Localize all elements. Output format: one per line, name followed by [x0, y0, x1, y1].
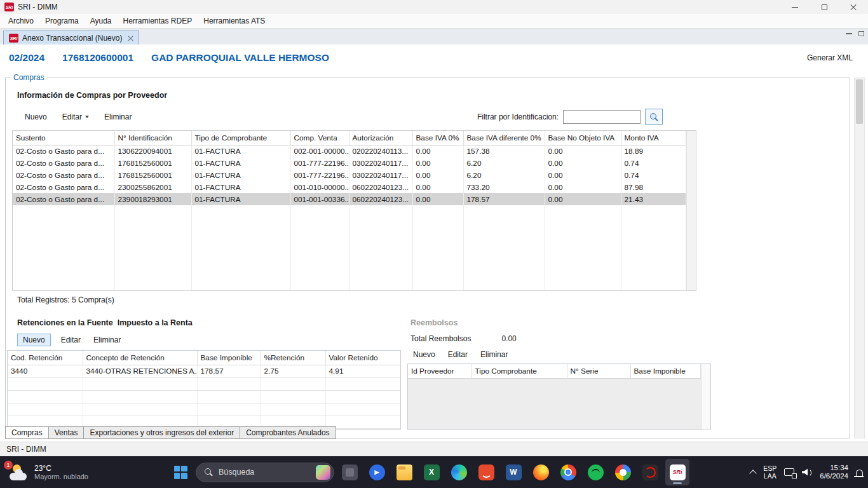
tab-exportaciones[interactable]: Exportaciones y otros ingresos del exter… — [83, 426, 240, 439]
compras-groupbox: Compras Información de Compras por Prove… — [5, 78, 850, 438]
scrollbar-thumb[interactable] — [856, 79, 863, 124]
editar-button[interactable]: Editar — [60, 111, 92, 123]
eliminar-button[interactable]: Eliminar — [102, 111, 134, 123]
spotify-icon[interactable] — [583, 459, 607, 485]
sri-app-icon: SRi — [4, 3, 14, 11]
tab-comprobantes-anulados[interactable]: Comprobantes Anulados — [240, 426, 336, 439]
column-header[interactable]: Sustento — [13, 131, 114, 145]
filter-area: Filtrar por Identificacion: — [477, 109, 663, 125]
compras-table[interactable]: SustentoN° IdentificaciónTipo de Comprob… — [13, 131, 686, 291]
close-button[interactable] — [839, 0, 868, 14]
app-red-icon[interactable] — [474, 459, 498, 485]
table-row[interactable]: 34403440-OTRAS RETENCIONES A...178.572.7… — [8, 365, 400, 377]
menu-programa[interactable]: Programa — [39, 14, 85, 28]
ret-eliminar-button[interactable]: Eliminar — [91, 334, 123, 346]
column-header[interactable]: %Retención — [261, 351, 325, 365]
maximize-icon — [822, 4, 827, 10]
reemb-nuevo-button[interactable]: Nuevo — [410, 349, 438, 360]
column-header[interactable]: Base Imponible — [197, 351, 261, 365]
acrobat-icon[interactable] — [638, 459, 662, 485]
tray-chevron-up-icon[interactable] — [750, 470, 757, 477]
tab-close-icon[interactable] — [128, 36, 133, 41]
menu-archivo[interactable]: Archivo — [3, 14, 39, 28]
maximize-button[interactable] — [810, 0, 839, 14]
document-tabstrip: SRi Anexo Transaccional (Nuevo) — [0, 28, 868, 44]
generar-xml-button[interactable]: Generar XML — [807, 53, 853, 62]
clock[interactable]: 15:34 6/6/2024 — [820, 464, 848, 481]
column-header[interactable]: Base Imponible — [630, 364, 700, 378]
edge-icon — [451, 464, 467, 480]
weather-widget[interactable]: 1 23°C Mayorm. nublado — [9, 456, 88, 488]
sri-dimm-icon[interactable]: SRi — [665, 459, 689, 485]
start-button[interactable] — [168, 459, 193, 485]
taskbar-search-box[interactable]: Búsqueda — [196, 463, 334, 482]
tab-anexo-transaccional[interactable]: SRi Anexo Transaccional (Nuevo) — [3, 30, 139, 45]
language-indicator[interactable]: ESP LAA — [763, 464, 776, 480]
mdi-minimize-button[interactable] — [846, 33, 852, 34]
table-row[interactable]: 02-Costo o Gasto para d...23900182930010… — [13, 193, 686, 205]
table-row[interactable]: 02-Costo o Gasto para d...17681525600010… — [13, 157, 686, 169]
reemb-editar-button[interactable]: Editar — [445, 349, 470, 360]
column-header[interactable]: Base IVA 0% — [412, 131, 463, 145]
app-dark-icon[interactable] — [337, 459, 362, 485]
content-scrollbar[interactable] — [854, 78, 865, 438]
word-icon[interactable]: W — [501, 459, 526, 485]
table-row[interactable]: 02-Costo o Gasto para d...23002558620010… — [13, 181, 686, 193]
compras-table-scrollbar[interactable] — [686, 131, 696, 290]
excel-icon[interactable]: X — [419, 459, 444, 485]
notification-bell-icon[interactable] — [856, 470, 863, 476]
chrome-icon[interactable] — [556, 459, 580, 485]
nuevo-button[interactable]: Nuevo — [22, 111, 50, 123]
column-header[interactable]: Cod. Retención — [8, 351, 83, 365]
edge-icon[interactable] — [447, 459, 471, 485]
mdi-restore-button[interactable] — [858, 31, 864, 36]
table-row[interactable]: 02-Costo o Gasto para d...17681525600010… — [13, 169, 686, 181]
spotify-icon — [588, 464, 604, 480]
titlebar: SRi SRI - DIMM — [0, 0, 868, 14]
ret-nuevo-button[interactable]: Nuevo — [17, 334, 51, 346]
lang-line2: LAA — [763, 472, 776, 480]
column-header[interactable]: Comp. Venta — [290, 131, 349, 145]
column-header[interactable]: Valor Retenido — [325, 351, 400, 365]
filter-search-button[interactable] — [645, 109, 663, 125]
filter-label: Filtrar por Identificacion: — [477, 112, 559, 121]
column-header[interactable]: N° Serie — [567, 364, 630, 378]
taskbar: 1 23°C Mayorm. nublado Búsqueda ▶XWSRi E… — [0, 456, 868, 488]
reembolsos-table-scrollbar[interactable] — [701, 364, 711, 430]
firefox-icon[interactable] — [529, 459, 553, 485]
reemb-eliminar-button[interactable]: Eliminar — [478, 349, 510, 360]
column-header[interactable]: Base No Objeto IVA — [545, 131, 621, 145]
network-icon[interactable] — [784, 468, 794, 476]
column-header[interactable]: Base IVA diferente 0% — [463, 131, 545, 145]
google-colors-icon[interactable] — [611, 459, 635, 485]
empty-row — [13, 290, 686, 291]
retenciones-table[interactable]: Cod. RetenciónConcepto de RetenciónBase … — [8, 351, 401, 430]
filter-input[interactable] — [563, 110, 641, 124]
weather-temp: 23°C — [34, 464, 88, 473]
tab-ventas[interactable]: Ventas — [48, 426, 85, 439]
compras-table-frame: SustentoN° IdentificaciónTipo de Comprob… — [12, 130, 696, 291]
menu-herramientas-ats[interactable]: Herramientas ATS — [198, 14, 271, 28]
menu-herramientas-rdep[interactable]: Herramientas RDEP — [118, 14, 198, 28]
ret-editar-button[interactable]: Editar — [58, 334, 83, 346]
empty-row — [8, 377, 400, 390]
reembolsos-table[interactable]: Id ProveedorTipo ComprobanteN° SerieBase… — [408, 364, 701, 379]
media-player-icon[interactable]: ▶ — [365, 459, 389, 485]
tab-compras[interactable]: Compras — [5, 426, 49, 439]
column-header[interactable]: Monto IVA — [621, 131, 686, 145]
column-header[interactable]: Id Proveedor — [408, 364, 471, 378]
firefox-icon — [533, 464, 549, 480]
menu-ayuda[interactable]: Ayuda — [85, 14, 118, 28]
empty-row — [8, 390, 400, 403]
column-header[interactable]: Tipo Comprobante — [471, 364, 567, 378]
minimize-button[interactable] — [780, 0, 810, 14]
volume-icon[interactable] — [802, 468, 812, 477]
column-header[interactable]: Concepto de Retención — [83, 351, 197, 365]
column-header[interactable]: Autorización — [349, 131, 412, 145]
table-row[interactable]: 02-Costo o Gasto para d...13062200940010… — [13, 145, 686, 157]
column-header[interactable]: N° Identificación — [114, 131, 191, 145]
reembolsos-title: Reembolsos — [410, 318, 458, 327]
reembolsos-total-value: 0.00 — [501, 334, 516, 343]
file-explorer-icon[interactable] — [392, 459, 416, 485]
column-header[interactable]: Tipo de Comprobante — [191, 131, 290, 145]
